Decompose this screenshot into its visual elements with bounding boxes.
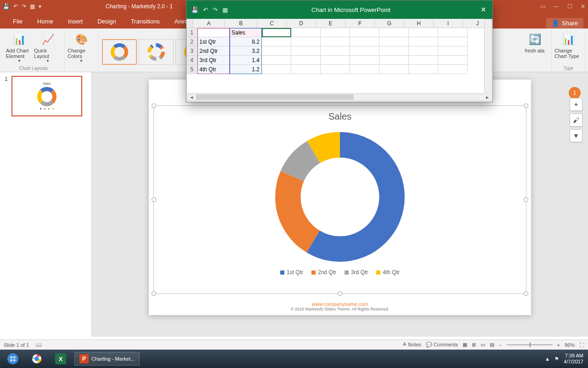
resize-handle-w[interactable] xyxy=(152,197,156,202)
cell-g3[interactable] xyxy=(379,46,409,56)
cell-b1[interactable]: Sales xyxy=(230,28,262,37)
view-normal-icon[interactable]: ▦ xyxy=(463,342,467,348)
cell-d3[interactable] xyxy=(291,46,321,56)
resize-handle-ne[interactable] xyxy=(524,104,528,108)
chart-selection-frame[interactable]: Sales 1st Qtr 2nd Qtr 3rd Qtr 4th Qtr xyxy=(153,105,526,294)
cell-f3[interactable] xyxy=(350,46,379,56)
tray-up-icon[interactable]: ▲ xyxy=(545,356,550,362)
cell-f2[interactable] xyxy=(350,37,379,46)
cell-f4[interactable] xyxy=(350,56,379,65)
change-chart-type-button[interactable]: 📊 Change Chart Type xyxy=(554,30,582,65)
cell-g2[interactable] xyxy=(379,37,409,46)
close-icon[interactable]: ✕ xyxy=(581,3,585,10)
col-header-e[interactable]: E xyxy=(316,19,345,28)
cell-a3[interactable]: 2nd Qtr xyxy=(198,46,230,56)
hscroll-right[interactable]: ► xyxy=(484,95,491,100)
cell-d2[interactable] xyxy=(291,37,321,46)
chart-data-titlebar[interactable]: 💾 ↶ ↷ ▦ Chart in Microsoft PowerPoint ✕ xyxy=(187,0,492,19)
slideshow-icon[interactable]: ▦ xyxy=(30,3,35,10)
fit-window-icon[interactable]: ⛶ xyxy=(579,342,584,348)
cell-b5[interactable]: 1.2 xyxy=(230,65,262,74)
cell-a4[interactable]: 3rd Qtr xyxy=(198,56,230,65)
cell-e3[interactable] xyxy=(321,46,350,56)
hscroll-left[interactable]: ◄ xyxy=(188,95,195,100)
quick-layout-button[interactable]: 📈 Quick Layout ▼ xyxy=(34,30,62,65)
cell-e2[interactable] xyxy=(321,37,350,46)
excel-redo-icon[interactable]: ↷ xyxy=(213,6,218,13)
cell-i4[interactable] xyxy=(438,56,468,65)
cell-b2[interactable]: 8.2 xyxy=(230,37,262,46)
cell-c1[interactable] xyxy=(262,28,291,37)
share-button[interactable]: 👤 Share xyxy=(546,18,583,29)
slide-canvas-area[interactable]: 1 Sales xyxy=(92,72,588,337)
cell-g5[interactable] xyxy=(379,65,409,74)
donut-chart[interactable] xyxy=(271,127,409,266)
tab-insert[interactable]: Insert xyxy=(61,14,90,29)
cell-d1[interactable] xyxy=(291,28,321,37)
excel-save-icon[interactable]: 💾 xyxy=(191,6,198,13)
excel-options-icon[interactable]: ▦ xyxy=(222,6,228,13)
excel-undo-icon[interactable]: ↶ xyxy=(203,6,208,13)
cell-a1[interactable] xyxy=(198,28,230,37)
cell-h5[interactable] xyxy=(409,65,438,74)
cell-h1[interactable] xyxy=(409,28,438,37)
comments-toggle[interactable]: 💬 Comments xyxy=(426,342,458,348)
chart-styles-button[interactable]: 🖌 xyxy=(570,114,582,126)
resize-handle-s[interactable] xyxy=(338,291,342,296)
tab-design[interactable]: Design xyxy=(90,14,123,29)
view-slideshow-icon[interactable]: ▤ xyxy=(490,342,494,348)
tab-home[interactable]: Home xyxy=(30,14,61,29)
resize-handle-e[interactable] xyxy=(524,197,528,202)
tab-transitions[interactable]: Transitions xyxy=(124,14,167,29)
chart-style-1[interactable] xyxy=(102,39,137,65)
taskbar-excel[interactable]: X xyxy=(51,351,71,366)
tray-flag-icon[interactable]: ⚑ xyxy=(554,356,559,362)
row-header-2[interactable]: 2 xyxy=(187,37,198,46)
zoom-out-icon[interactable]: − xyxy=(499,342,502,348)
col-header-a[interactable]: A xyxy=(193,19,225,28)
cell-c4[interactable] xyxy=(262,56,291,65)
cell-f1[interactable] xyxy=(350,28,379,37)
col-header-b[interactable]: B xyxy=(225,19,257,28)
cell-d5[interactable] xyxy=(291,65,321,74)
comment-badge[interactable]: 1 xyxy=(569,87,581,99)
legend-item-4[interactable]: 4th Qtr xyxy=(376,269,400,276)
cell-g4[interactable] xyxy=(379,56,409,65)
slide-thumbnail-pane[interactable]: 1 Sales xyxy=(0,72,92,337)
cell-f5[interactable] xyxy=(350,65,379,74)
zoom-value[interactable]: 96% xyxy=(565,342,575,348)
cell-c3[interactable] xyxy=(262,46,291,56)
row-header-3[interactable]: 3 xyxy=(187,46,198,56)
chart-data-close-button[interactable]: ✕ xyxy=(474,6,492,14)
cell-h3[interactable] xyxy=(409,46,438,56)
chart-title[interactable]: Sales xyxy=(154,106,526,122)
add-chart-element-button[interactable]: 📊 Add Chart Element ▼ xyxy=(6,30,33,65)
undo-icon[interactable]: ↶ xyxy=(13,3,18,10)
slide-canvas[interactable]: Sales 1st Qtr 2nd Qtr 3rd Qtr 4th Qtr xyxy=(149,80,531,315)
chart-style-2[interactable] xyxy=(139,39,174,65)
redo-icon[interactable]: ↷ xyxy=(22,3,26,10)
refresh-data-button[interactable]: 🔄 fresh ata xyxy=(521,30,548,65)
cell-h2[interactable] xyxy=(409,37,438,46)
cell-b3[interactable]: 3.2 xyxy=(230,46,262,56)
cell-c2[interactable] xyxy=(262,37,291,46)
slide-thumbnail-1[interactable]: Sales xyxy=(11,76,82,116)
row-header-4[interactable]: 4 xyxy=(187,56,198,65)
sheet-vscroll[interactable] xyxy=(484,19,492,92)
start-button[interactable] xyxy=(3,351,23,366)
row-header-5[interactable]: 5 xyxy=(187,65,198,74)
tab-file[interactable]: File xyxy=(6,14,30,29)
cell-i1[interactable] xyxy=(438,28,468,37)
zoom-in-icon[interactable]: + xyxy=(557,342,560,348)
cell-i2[interactable] xyxy=(438,37,468,46)
row-header-1[interactable]: 1 xyxy=(187,28,198,37)
col-header-i[interactable]: I xyxy=(434,19,463,28)
cell-e4[interactable] xyxy=(321,56,350,65)
taskbar-clock[interactable]: 7:39 AM 4/7/2017 xyxy=(564,353,585,365)
maximize-icon[interactable]: ☐ xyxy=(567,3,572,10)
sheet-hscroll[interactable]: ◄ ► xyxy=(187,93,492,101)
cell-c5[interactable] xyxy=(262,65,291,74)
chart-filters-button[interactable]: ▼ xyxy=(570,129,582,142)
col-header-g[interactable]: G xyxy=(375,19,404,28)
cell-d4[interactable] xyxy=(291,56,321,65)
